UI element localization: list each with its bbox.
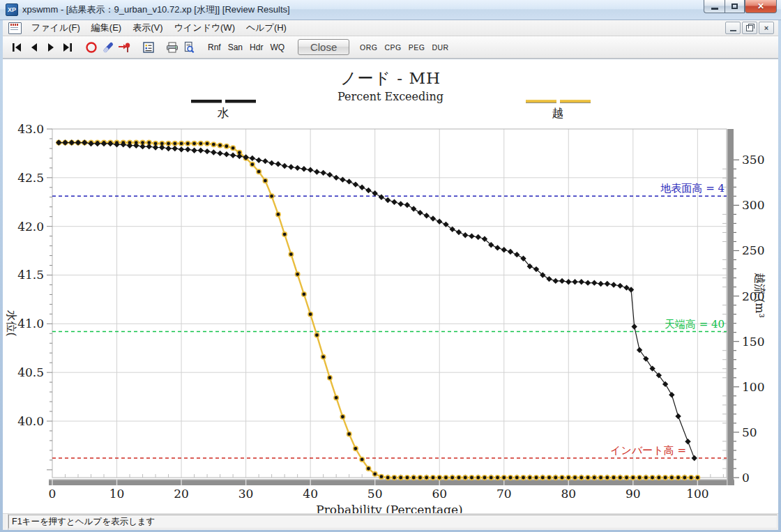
series-point-overflow (314, 333, 319, 337)
close-results-button[interactable]: Close (298, 39, 349, 55)
pointer-flag-button[interactable] (117, 40, 132, 54)
app-window: { "window": { "title": "xpswmm - [結果表示：9… (0, 0, 781, 532)
series-point-water-level (585, 280, 591, 285)
series-point-water-level (211, 149, 216, 155)
rainfall-report-button[interactable]: Rnf (204, 43, 225, 52)
series-point-overflow (483, 476, 487, 480)
series-point-water-level (476, 234, 481, 240)
sanitary-report-button[interactable]: San (225, 43, 246, 52)
series-point-overflow (579, 476, 584, 480)
last-record-icon (61, 42, 74, 53)
properties-list-button[interactable] (141, 40, 156, 54)
x-tick-label: 50 (367, 487, 383, 501)
series-point-water-level (579, 279, 584, 284)
x-tick-label: 10 (109, 487, 125, 501)
y-left-tick-label: 40.0 (17, 414, 44, 428)
series-point-overflow (218, 143, 222, 147)
series-point-water-level (75, 139, 81, 145)
menu-edit[interactable]: 編集(E) (86, 20, 127, 36)
y-left-tick-label: 43.0 (17, 122, 44, 136)
series-point-water-level (153, 144, 158, 150)
series-point-water-level (314, 169, 319, 174)
series-point-water-level (185, 146, 190, 152)
series-point-overflow (418, 476, 422, 480)
series-point-water-level (172, 146, 178, 151)
mode-peg-button[interactable]: PEG (405, 43, 429, 52)
mode-cpg-button[interactable]: CPG (381, 43, 404, 52)
series-point-overflow (521, 476, 525, 480)
series-point-water-level (617, 283, 623, 289)
pen-button[interactable] (100, 40, 116, 54)
minimize-button[interactable] (704, 0, 725, 13)
series-point-water-level (566, 279, 571, 284)
series-point-overflow (225, 144, 229, 149)
title-bar: XP xpswmm - [結果表示：9_urban_v10.72.xp [水理]… (0, 0, 781, 20)
mdi-restore-button[interactable] (742, 22, 757, 34)
series-point-overflow (166, 142, 170, 146)
circle-marker-button[interactable] (84, 40, 99, 54)
first-record-button[interactable] (10, 40, 25, 54)
close-window-button[interactable]: ✕ (745, 0, 777, 13)
ref-line-label: 地表面高 = 4 (660, 182, 725, 195)
series-point-water-level (559, 278, 565, 284)
series-point-water-level (514, 252, 520, 257)
series-point-overflow (437, 476, 441, 480)
previous-record-button[interactable] (26, 40, 42, 54)
ref-line-label: インバート高 = (610, 444, 686, 457)
mode-org-button[interactable]: ORG (356, 43, 381, 52)
menu-view[interactable]: 表示(V) (127, 20, 168, 36)
print-preview-icon (183, 41, 195, 54)
series-point-overflow (360, 457, 364, 462)
series-point-water-level (217, 151, 222, 156)
series-point-water-level (611, 282, 616, 287)
series-point-overflow (502, 476, 506, 480)
series-point-overflow (657, 476, 661, 480)
mode-dur-button[interactable]: DUR (428, 43, 452, 52)
x-tick-label: 100 (686, 487, 708, 501)
series-point-overflow (386, 476, 390, 480)
y-left-tick-label: 40.5 (17, 365, 44, 379)
series-point-overflow (392, 476, 396, 480)
plot-canvas: 43.042.542.041.541.040.540.0350300250200… (3, 59, 778, 514)
series-point-overflow (540, 476, 545, 480)
series-point-water-level (411, 206, 416, 211)
document-icon[interactable] (8, 22, 22, 34)
series-point-overflow (398, 476, 402, 480)
series-point-water-level (675, 413, 681, 419)
first-record-icon (11, 42, 24, 53)
print-icon (165, 41, 179, 54)
print-preview-button[interactable] (181, 40, 197, 54)
x-tick-label: 40 (303, 487, 318, 501)
series-point-water-level (159, 144, 165, 150)
x-tick-label: 20 (174, 487, 189, 501)
series-point-overflow (250, 162, 255, 167)
series-point-overflow (211, 142, 215, 146)
menu-window[interactable]: ウインドウ(W) (169, 20, 241, 36)
print-button[interactable] (165, 40, 180, 54)
maximize-button[interactable] (725, 0, 745, 13)
previous-record-icon (29, 42, 39, 53)
mdi-minimize-button[interactable] (725, 22, 741, 34)
series-point-overflow (366, 466, 370, 471)
next-record-button[interactable] (43, 40, 59, 54)
series-point-overflow (624, 476, 628, 480)
series-line-water-level (59, 143, 694, 458)
maximize-icon (731, 3, 738, 9)
y-left-tick-label: 42.0 (17, 220, 44, 234)
series-point-water-level (275, 161, 281, 167)
x-tick-label: 60 (432, 487, 447, 501)
series-point-water-level (508, 249, 513, 254)
series-point-water-level (572, 279, 577, 284)
menu-help[interactable]: ヘルプ(H) (241, 20, 292, 36)
series-point-overflow (354, 446, 358, 450)
series-point-water-level (288, 164, 294, 169)
series-point-overflow (276, 212, 280, 216)
status-text: F1キーを押すとヘルプを表示します (8, 515, 778, 529)
last-record-button[interactable] (60, 40, 75, 54)
hydraulics-report-button[interactable]: Hdr (246, 43, 266, 52)
water-quality-report-button[interactable]: WQ (266, 43, 288, 52)
series-point-overflow (372, 472, 377, 476)
mdi-close-button[interactable]: × (759, 22, 774, 34)
menu-file[interactable]: ファイル(F) (26, 20, 86, 36)
mdi-close-icon: × (764, 24, 768, 32)
